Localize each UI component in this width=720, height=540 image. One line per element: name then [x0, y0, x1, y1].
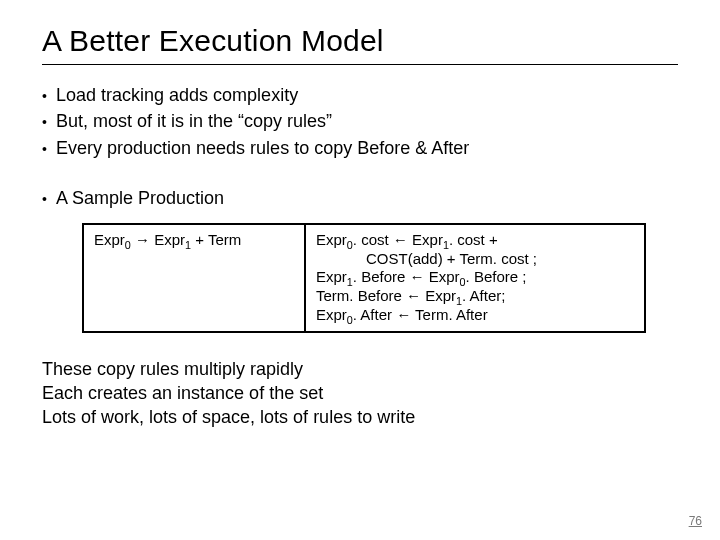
rule-text: . cost + [449, 231, 498, 248]
rule-text: . After ← Term. After [353, 306, 488, 323]
bullet-text: Load tracking adds complexity [56, 83, 298, 107]
rule-line: Term. Before ← Expr1. After; [316, 287, 634, 306]
bullet-text: But, most of it is in the “copy rules” [56, 109, 332, 133]
rule-text: Term. Before ← Expr [316, 287, 456, 304]
rule-text: Expr [316, 231, 347, 248]
note-line: Lots of work, lots of space, lots of rul… [42, 405, 678, 429]
production-lhs: Expr0 → Expr1 + Term [84, 225, 306, 331]
rule-line: Expr0. After ← Term. After [316, 306, 634, 325]
tail-text: + Term [191, 231, 241, 248]
expr-text: Expr [94, 231, 125, 248]
subhead: • A Sample Production [42, 188, 678, 209]
production-table: Expr0 → Expr1 + Term Expr0. cost ← Expr1… [82, 223, 646, 333]
note-line: Each creates an instance of the set [42, 381, 678, 405]
arrow-text: → [131, 231, 154, 248]
notes-block: These copy rules multiply rapidly Each c… [42, 357, 678, 430]
bullet-icon: • [42, 85, 56, 103]
rule-line: Expr1. Before ← Expr0. Before ; [316, 268, 634, 287]
bullet-item: • Every production needs rules to copy B… [42, 136, 678, 160]
rule-line: Expr0. cost ← Expr1. cost + [316, 231, 634, 250]
rule-text: . Before ← Expr [353, 268, 460, 285]
bullet-icon: • [42, 138, 56, 156]
expr-text: Expr [154, 231, 185, 248]
bullet-icon: • [42, 188, 56, 206]
rule-text: . After; [462, 287, 505, 304]
rule-line: COST(add) + Term. cost ; [316, 250, 634, 269]
bullet-list: • Load tracking adds complexity • But, m… [42, 83, 678, 160]
slide-title: A Better Execution Model [42, 24, 678, 65]
rule-text: . Before ; [466, 268, 527, 285]
page-number: 76 [689, 514, 702, 528]
bullet-icon: • [42, 111, 56, 129]
rule-text: . cost ← Expr [353, 231, 443, 248]
bullet-item: • Load tracking adds complexity [42, 83, 678, 107]
production-rules: Expr0. cost ← Expr1. cost + COST(add) + … [306, 225, 644, 331]
rule-text: Expr [316, 268, 347, 285]
bullet-text: Every production needs rules to copy Bef… [56, 136, 469, 160]
note-line: These copy rules multiply rapidly [42, 357, 678, 381]
bullet-item: • But, most of it is in the “copy rules” [42, 109, 678, 133]
subhead-text: A Sample Production [56, 188, 224, 209]
rule-text: COST(add) + Term. cost ; [366, 250, 537, 267]
rule-text: Expr [316, 306, 347, 323]
